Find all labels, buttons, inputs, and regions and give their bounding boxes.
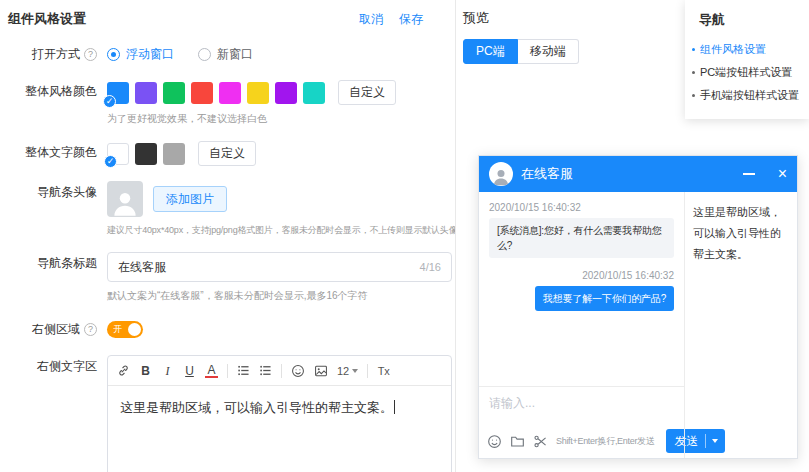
help-icon[interactable] <box>84 48 97 61</box>
text-cursor <box>394 400 395 414</box>
message-bubble-system: [系统消息]:您好，有什么需要我帮助您么? <box>489 218 674 258</box>
tab-mobile[interactable]: 移动端 <box>518 39 579 64</box>
editor-content[interactable]: 这里是帮助区域，可以输入引导性的帮主文案。 <box>108 386 451 431</box>
message-bubble-user: 我想要了解一下你们的产品? <box>535 286 674 311</box>
open-mode-options: 浮动窗口 新窗口 <box>107 43 451 65</box>
emoji-icon[interactable] <box>291 364 305 378</box>
custom-text-color-button[interactable]: 自定义 <box>198 141 256 166</box>
color-swatch-selected[interactable] <box>107 82 129 104</box>
toggle-knob <box>128 323 141 336</box>
chat-title: 在线客服 <box>521 165 735 183</box>
help-icon[interactable] <box>84 323 97 336</box>
color-swatch[interactable] <box>163 82 185 104</box>
check-icon <box>104 155 117 168</box>
nav-title-helper: 默认文案为“在线客服”，客服未分配时会显示,最多16个字符 <box>107 289 451 303</box>
close-icon[interactable]: × <box>778 166 787 183</box>
nav-title-label: 导航条标题 <box>8 252 107 274</box>
emoji-icon[interactable] <box>487 434 502 449</box>
toolbar-divider <box>227 364 228 378</box>
radio-icon <box>107 48 120 61</box>
radio-label: 新窗口 <box>217 43 253 65</box>
toggle-state-label: 开 <box>113 323 122 336</box>
avatar-label: 导航条头像 <box>8 181 107 203</box>
text-color-row: 整体文字颜色 自定义 <box>8 141 451 166</box>
text-color-swatch-selected[interactable] <box>107 143 129 165</box>
send-hint: Shift+Enter换行,Enter发送 <box>556 435 655 448</box>
font-size-value: 12 <box>337 365 349 377</box>
link-icon[interactable] <box>117 364 130 377</box>
radio-floating-window[interactable]: 浮动窗口 <box>107 43 174 65</box>
chat-avatar-icon <box>489 162 513 186</box>
editor-text: 这里是帮助区域，可以输入引导性的帮主文案。 <box>120 400 393 415</box>
font-size-dropdown[interactable]: 12 <box>337 365 358 377</box>
bold-button[interactable]: B <box>139 364 152 378</box>
unordered-list-icon[interactable] <box>259 364 272 377</box>
rich-text-editor: B I U A <box>107 355 452 472</box>
chat-input[interactable]: 请输入... <box>479 386 684 424</box>
header-actions: 取消 保存 <box>359 11 423 28</box>
right-text-label: 右侧文字区 <box>8 355 107 377</box>
chat-input-placeholder: 请输入... <box>489 396 535 410</box>
custom-style-color-button[interactable]: 自定义 <box>338 80 396 105</box>
image-icon[interactable] <box>314 364 328 378</box>
save-button[interactable]: 保存 <box>399 11 423 28</box>
char-counter: 4/16 <box>420 261 441 273</box>
nav-item-label: 组件风格设置 <box>700 42 766 57</box>
open-mode-label-text: 打开方式 <box>32 43 80 65</box>
text-color-swatches: 自定义 <box>107 141 451 166</box>
nav-item-pc-button-style[interactable]: PC端按钮样式设置 <box>685 61 809 84</box>
nav-title-row: 导航条标题 4/16 默认文案为“在线客服”，客服未分配时会显示,最多16个字符 <box>8 252 451 303</box>
toolbar-divider <box>367 364 368 378</box>
color-swatch[interactable] <box>191 82 213 104</box>
text-color-swatch[interactable] <box>135 143 157 165</box>
tab-pc[interactable]: PC端 <box>463 39 518 64</box>
color-swatch[interactable] <box>247 82 269 104</box>
nav-item-label: PC端按钮样式设置 <box>700 65 792 80</box>
color-swatch[interactable] <box>135 82 157 104</box>
bullet-icon <box>692 48 695 51</box>
minimize-icon[interactable] <box>743 173 755 175</box>
underline-button[interactable]: U <box>183 364 196 378</box>
message-row: 2020/10/15 16:40:32 [系统消息]:您好，有什么需要我帮助您么… <box>489 202 674 258</box>
page-title: 组件风格设置 <box>8 10 86 28</box>
nav-title-input-box: 4/16 <box>107 252 452 282</box>
font-color-button[interactable]: A <box>205 364 218 378</box>
nav-title-input[interactable] <box>118 260 420 274</box>
chevron-down-icon <box>352 369 358 373</box>
right-area-row: 右侧区域 开 <box>8 318 451 340</box>
text-color-swatch[interactable] <box>163 143 185 165</box>
right-text-row: 右侧文字区 B I U A <box>8 355 451 472</box>
right-area-toggle[interactable]: 开 <box>107 321 143 338</box>
nav-item-mobile-button-style[interactable]: 手机端按钮样式设置 <box>685 84 809 107</box>
ordered-list-icon[interactable] <box>237 364 250 377</box>
settings-panel: 组件风格设置 取消 保存 打开方式 浮动窗口 新窗口 整体风格颜色 <box>0 0 456 472</box>
style-color-label: 整体风格颜色 <box>8 80 107 102</box>
clear-format-button[interactable]: Tx <box>377 364 390 378</box>
chat-preview-window: 在线客服 × 2020/10/15 16:40:32 [系统消息]:您好，有什么… <box>478 155 798 459</box>
editor-toolbar: B I U A <box>108 356 451 386</box>
right-area-label-text: 右侧区域 <box>32 318 80 340</box>
avatar-placeholder-icon <box>107 181 143 217</box>
add-image-button[interactable]: 添加图片 <box>153 186 227 212</box>
radio-new-window[interactable]: 新窗口 <box>198 43 253 65</box>
nav-item-component-style[interactable]: 组件风格设置 <box>685 38 809 61</box>
color-swatch[interactable] <box>219 82 241 104</box>
italic-button[interactable]: I <box>161 364 174 378</box>
message-timestamp: 2020/10/15 16:40:32 <box>489 270 674 281</box>
chat-body: 2020/10/15 16:40:32 [系统消息]:您好，有什么需要我帮助您么… <box>479 192 797 458</box>
bullet-icon <box>692 94 695 97</box>
message-row: 2020/10/15 16:40:32 我想要了解一下你们的产品? <box>489 270 674 311</box>
radio-label: 浮动窗口 <box>126 43 174 65</box>
open-mode-row: 打开方式 浮动窗口 新窗口 <box>8 43 451 65</box>
style-color-swatches: 自定义 <box>107 80 451 105</box>
cancel-button[interactable]: 取消 <box>359 11 383 28</box>
avatar-row: 导航条头像 添加图片 建议尺寸40px*40px，支持jpg/png格式图片，客… <box>8 181 451 237</box>
right-area-label: 右侧区域 <box>8 318 107 340</box>
nav-card: 导航 组件风格设置 PC端按钮样式设置 手机端按钮样式设置 <box>685 0 809 119</box>
chat-help-area: 这里是帮助区域，可以输入引导性的帮主文案。 <box>684 192 797 458</box>
scissors-icon[interactable] <box>533 434 548 449</box>
nav-item-label: 手机端按钮样式设置 <box>700 88 799 103</box>
folder-icon[interactable] <box>510 434 525 449</box>
color-swatch[interactable] <box>275 82 297 104</box>
color-swatch[interactable] <box>303 82 325 104</box>
